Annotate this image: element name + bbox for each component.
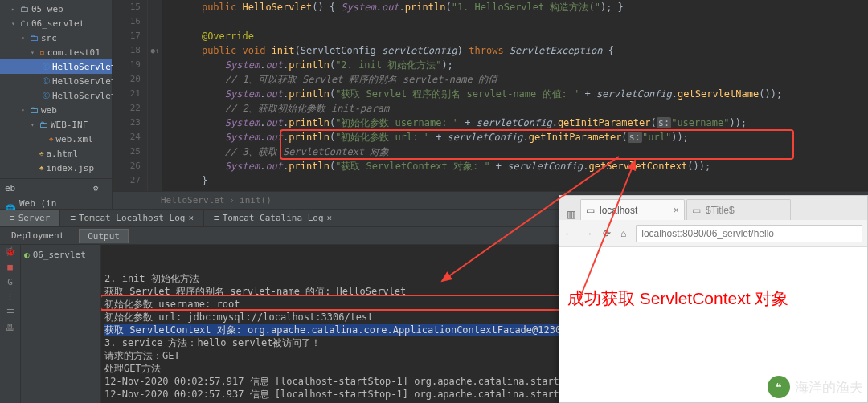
wechat-icon: ❝ [768, 376, 790, 398]
browser-tab-localhost[interactable]: ▭ localhost × [580, 199, 685, 220]
run-subtab-output[interactable]: Output [79, 229, 129, 243]
tree-item[interactable]: ▾▫com.test01 [0, 45, 112, 59]
tree-item[interactable]: ▾🗀06_servlet [0, 16, 112, 31]
code-text [162, 14, 178, 29]
tree-item-label: web [41, 105, 57, 116]
code-line[interactable]: 16 [113, 14, 868, 29]
gutter-icon[interactable] [148, 0, 162, 14]
tab-server[interactable]: ≡ Server [0, 210, 60, 226]
gutter-icon[interactable] [148, 58, 162, 72]
line-number: 27 [113, 173, 148, 188]
settings-icon[interactable]: ⚙ [93, 183, 99, 193]
browser-tab-title[interactable]: ▭ $Title$ [686, 199, 791, 220]
tree-item[interactable]: ⒸHelloServlet3 [0, 88, 112, 103]
tree-item[interactable]: ▾🗀web [0, 103, 112, 117]
tree-item[interactable]: ⬘a.html [0, 146, 112, 161]
tab-localhost-log[interactable]: ≡ Tomcat Localhost Log × [60, 210, 204, 226]
close-icon[interactable]: × [673, 204, 679, 216]
gutter-icon[interactable] [148, 159, 162, 173]
breadcrumb-class[interactable]: HelloServlet [161, 195, 224, 206]
refresh-icon[interactable]: ⟳ [603, 228, 611, 239]
code-line[interactable]: 25 // 3、获取 ServletContext 对象 [113, 145, 868, 159]
tree-item[interactable]: ⬘web.xml [0, 132, 112, 146]
class-icon: Ⓒ [43, 91, 50, 101]
tree-item-label: HelloServlet2 [52, 76, 121, 87]
code-line[interactable]: 24 System.out.println("初始化参数 url: " + se… [113, 130, 868, 145]
web-folder-icon: 🗀 [39, 120, 48, 130]
code-line[interactable]: 28 [113, 188, 868, 191]
gutter-icon[interactable] [148, 188, 162, 191]
line-number: 15 [113, 0, 148, 14]
minus-icon[interactable]: — [101, 183, 107, 193]
sidebar-toggle-icon[interactable]: ▥ [561, 209, 580, 220]
tree-item-label: 05_web [31, 4, 63, 14]
close-icon[interactable]: × [188, 213, 194, 223]
line-number: 19 [113, 58, 148, 72]
line-number: 17 [113, 29, 148, 43]
gutter-icon[interactable] [148, 101, 162, 116]
settings-icon[interactable]: ☰ [6, 307, 14, 318]
gutter-icon[interactable]: ●↑ [148, 43, 162, 58]
server-icon: ≡ [10, 213, 15, 223]
code-line[interactable]: 18●↑ public void init(ServletConfig serv… [113, 43, 868, 58]
more-icon[interactable]: ⋮ [6, 292, 14, 303]
deploy-tree-item[interactable]: ◐ 06_servlet [24, 248, 97, 262]
code-line[interactable]: 19 System.out.println("2. init 初始化方法"); [113, 58, 868, 72]
gutter-icon[interactable] [148, 130, 162, 145]
gutter-icon[interactable] [148, 72, 162, 87]
url-bar[interactable]: localhost:8080/06_servlet/hello [636, 225, 862, 242]
code-line[interactable]: 20 // 1、可以获取 Servlet 程序的别名 servlet-name … [113, 72, 868, 87]
browser-window: ▥ ▭ localhost × ▭ $Title$ ← → ⟳ ⌂ localh… [559, 195, 868, 403]
run-subtab-deployment[interactable]: Deployment [3, 229, 72, 242]
code-line[interactable]: 26 System.out.println("获取 ServletContext… [113, 159, 868, 173]
gutter-icon[interactable] [148, 173, 162, 188]
breadcrumb-method[interactable]: init() [240, 195, 272, 206]
tree-item-label: src [41, 33, 57, 43]
gutter-icon[interactable] [148, 116, 162, 130]
tree-item[interactable]: ▸🗀05_web [0, 2, 112, 16]
close-icon[interactable]: × [327, 213, 333, 223]
code-line[interactable]: 22 // 2、获取初始化参数 init-param [113, 101, 868, 116]
line-number: 22 [113, 101, 148, 116]
back-icon[interactable]: ← [564, 228, 574, 239]
html-file-icon: ⬘ [39, 164, 43, 172]
tree-item[interactable]: ⒸHelloServlet2 [0, 74, 112, 88]
code-line[interactable]: 21 System.out.println("获取 Servlet 程序的别名 … [113, 87, 868, 101]
class-icon: Ⓒ [43, 62, 50, 72]
gutter-icon[interactable] [148, 29, 162, 43]
tree-item-label: a.html [46, 149, 78, 159]
rerun-icon[interactable]: G [7, 277, 13, 287]
home-icon[interactable]: ⌂ [620, 228, 626, 239]
code-text: // 3、获取 ServletContext 对象 [162, 145, 389, 159]
tree-item-label: HelloServlet3 [52, 91, 121, 101]
chevron-icon: ▾ [21, 35, 27, 42]
code-area[interactable]: 15 public HelloServlet() { System.out.pr… [113, 0, 868, 191]
gutter-icon[interactable] [148, 14, 162, 29]
code-line[interactable]: 15 public HelloServlet() { System.out.pr… [113, 0, 868, 14]
code-line[interactable]: 27 } [113, 173, 868, 188]
stop-icon[interactable]: ■ [7, 262, 13, 272]
page-icon: ▭ [586, 205, 595, 216]
line-number: 23 [113, 116, 148, 130]
code-text: System.out.println("2. init 初始化方法"); [162, 58, 453, 72]
debug-icon[interactable]: 🐞 [5, 246, 16, 257]
tab-catalina-log[interactable]: ≡ Tomcat Catalina Log × [204, 210, 342, 226]
tree-item[interactable]: ⒸHelloServlet [0, 59, 112, 74]
gutter-icon[interactable] [148, 145, 162, 159]
tab-server-label: Server [18, 213, 51, 223]
code-line[interactable]: 23 System.out.println("初始化参数 username: "… [113, 116, 868, 130]
tree-item-label: HelloServlet [52, 62, 116, 72]
log-icon: ≡ [70, 213, 76, 223]
tree-item[interactable]: ⬘index.jsp [0, 161, 112, 175]
print-icon[interactable]: 🖶 [6, 323, 14, 333]
deploy-tree: ◐ 06_servlet [21, 245, 101, 403]
forward-icon[interactable]: → [583, 228, 593, 239]
gutter-icon[interactable] [148, 87, 162, 101]
tree-item[interactable]: ▾🗀WEB-INF [0, 117, 112, 132]
src-folder-icon: 🗀 [30, 33, 39, 43]
code-line[interactable]: 17 @Override [113, 29, 868, 43]
line-number: 20 [113, 72, 148, 87]
line-number: 21 [113, 87, 148, 101]
annotation-text: 成功获取 ServletContext 对象 [567, 287, 859, 310]
tree-item[interactable]: ▾🗀src [0, 31, 112, 45]
